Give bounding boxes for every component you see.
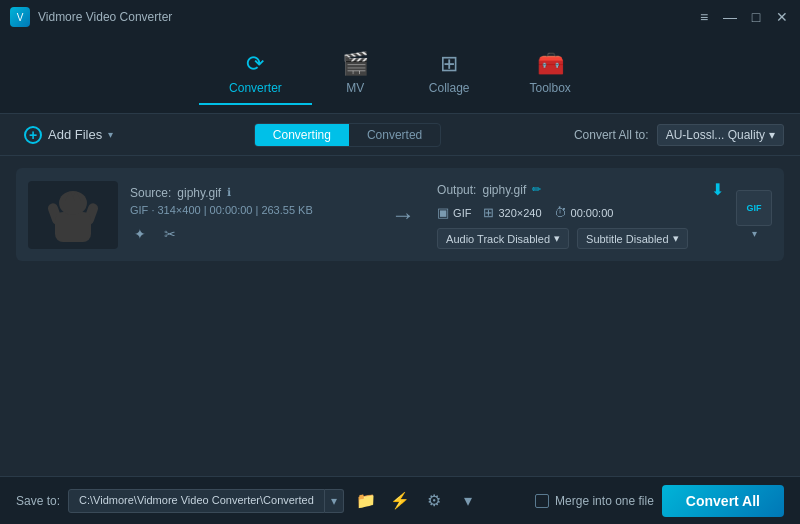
save-path[interactable]: C:\Vidmore\Vidmore Video Converter\Conve… xyxy=(68,489,325,513)
menu-icon-btn[interactable]: ≡ xyxy=(696,9,712,25)
add-files-button[interactable]: + Add Files ▾ xyxy=(16,122,121,148)
merge-option: Merge into one file xyxy=(535,494,654,508)
converting-tab[interactable]: Converting xyxy=(255,124,349,146)
tab-collage[interactable]: ⊞ Collage xyxy=(399,43,500,105)
audio-track-select[interactable]: Audio Track Disabled ▾ xyxy=(437,228,569,249)
content-area: Source: giphy.gif ℹ GIF · 314×400 | 00:0… xyxy=(0,156,800,476)
audio-track-label: Audio Track Disabled xyxy=(446,233,550,245)
path-row: C:\Vidmore\Vidmore Video Converter\Conve… xyxy=(68,489,344,513)
format-thumb[interactable]: GIF xyxy=(736,190,772,226)
resolution-badge: ⊞ 320×240 xyxy=(483,205,541,220)
mv-icon: 🎬 xyxy=(342,51,369,77)
collage-icon: ⊞ xyxy=(440,51,458,77)
download-icon[interactable]: ⬇ xyxy=(711,180,724,199)
tab-mv[interactable]: 🎬 MV xyxy=(312,43,399,105)
tab-toolbox[interactable]: 🧰 Toolbox xyxy=(500,43,601,105)
add-files-label: Add Files xyxy=(48,127,102,142)
footer-icons: 📁 ⚡ ⚙ ▾ xyxy=(352,487,482,515)
format-select[interactable]: AU-Lossl... Quality ▾ xyxy=(657,124,784,146)
resolution-icon: ⊞ xyxy=(483,205,494,220)
toolbar: + Add Files ▾ Converting Converted Conve… xyxy=(0,114,800,156)
converted-tab[interactable]: Converted xyxy=(349,124,440,146)
titlebar-title: Vidmore Video Converter xyxy=(38,10,172,24)
folder-icon-btn[interactable]: 📁 xyxy=(352,487,380,515)
audio-dropdown-icon: ▾ xyxy=(554,232,560,245)
output-info: Output: giphy.gif ✏ ⬇ ▣ GIF ⊞ 320×240 ⏱ … xyxy=(437,180,724,249)
tab-mv-label: MV xyxy=(346,81,364,95)
flash-icon-btn[interactable]: ⚡ xyxy=(386,487,414,515)
settings-dropdown-btn[interactable]: ▾ xyxy=(454,487,482,515)
nav-tabs: ⟳ Converter 🎬 MV ⊞ Collage 🧰 Toolbox xyxy=(0,34,800,114)
output-label: Output: xyxy=(437,183,476,197)
tab-toolbox-label: Toolbox xyxy=(530,81,571,95)
edit-icon[interactable]: ✏ xyxy=(532,183,541,196)
tab-converter[interactable]: ⟳ Converter xyxy=(199,43,312,105)
tab-collage-label: Collage xyxy=(429,81,470,95)
output-format-row: ▣ GIF ⊞ 320×240 ⏱ 00:00:00 xyxy=(437,205,724,220)
output-filename: giphy.gif xyxy=(482,183,526,197)
file-item: Source: giphy.gif ℹ GIF · 314×400 | 00:0… xyxy=(16,168,784,261)
info-icon[interactable]: ℹ xyxy=(227,186,231,199)
cat-ear-right xyxy=(65,191,75,201)
minimize-button[interactable]: — xyxy=(722,9,738,25)
format-badge: ▣ GIF xyxy=(437,205,471,220)
source-filename: giphy.gif xyxy=(177,186,221,200)
cat-head xyxy=(59,191,87,215)
format-expand-icon[interactable]: ▾ xyxy=(752,228,757,239)
format-dropdown-icon: ▾ xyxy=(769,128,775,142)
titlebar: V Vidmore Video Converter ≡ — □ ✕ xyxy=(0,0,800,34)
format-thumb-col: GIF ▾ xyxy=(736,190,772,239)
output-header-row: Output: giphy.gif ✏ ⬇ xyxy=(437,180,724,199)
cat-figure xyxy=(48,187,98,242)
convert-arrow: → xyxy=(391,201,415,229)
convert-all-button[interactable]: Convert All xyxy=(662,485,784,517)
convert-all-to-label: Convert All to: xyxy=(574,128,649,142)
close-button[interactable]: ✕ xyxy=(774,9,790,25)
subtitle-select[interactable]: Subtitle Disabled ▾ xyxy=(577,228,688,249)
output-format: GIF xyxy=(453,207,471,219)
app-logo: V xyxy=(10,7,30,27)
merge-label: Merge into one file xyxy=(555,494,654,508)
titlebar-controls: ≡ — □ ✕ xyxy=(696,9,790,25)
file-source-row: Source: giphy.gif ℹ xyxy=(130,186,369,200)
effects-button[interactable]: ✦ xyxy=(130,224,150,244)
source-label: Source: xyxy=(130,186,171,200)
file-info: Source: giphy.gif ℹ GIF · 314×400 | 00:0… xyxy=(130,186,369,244)
add-files-icon: + xyxy=(24,126,42,144)
file-meta: GIF · 314×400 | 00:00:00 | 263.55 KB xyxy=(130,204,369,216)
logo-letter: V xyxy=(17,12,24,23)
path-dropdown-icon[interactable]: ▾ xyxy=(325,489,344,513)
time-icon: ⏱ xyxy=(554,205,567,220)
output-resolution: 320×240 xyxy=(498,207,541,219)
save-to-label: Save to: xyxy=(16,494,60,508)
converter-icon: ⟳ xyxy=(246,51,264,77)
file-thumbnail xyxy=(28,181,118,249)
merge-checkbox[interactable] xyxy=(535,494,549,508)
format-value: AU-Lossl... Quality xyxy=(666,128,765,142)
cut-button[interactable]: ✂ xyxy=(160,224,180,244)
output-dropdowns: Audio Track Disabled ▾ Subtitle Disabled… xyxy=(437,228,724,249)
cat-body xyxy=(55,212,91,242)
settings-icon-btn[interactable]: ⚙ xyxy=(420,487,448,515)
tab-converter-label: Converter xyxy=(229,81,282,95)
titlebar-left: V Vidmore Video Converter xyxy=(10,7,172,27)
maximize-button[interactable]: □ xyxy=(748,9,764,25)
tab-switcher: Converting Converted xyxy=(254,123,441,147)
subtitle-label: Subtitle Disabled xyxy=(586,233,669,245)
time-badge: ⏱ 00:00:00 xyxy=(554,205,614,220)
file-actions: ✦ ✂ xyxy=(130,224,369,244)
footer: Save to: C:\Vidmore\Vidmore Video Conver… xyxy=(0,476,800,524)
output-time: 00:00:00 xyxy=(571,207,614,219)
format-icon: ▣ xyxy=(437,205,449,220)
convert-all-to: Convert All to: AU-Lossl... Quality ▾ xyxy=(574,124,784,146)
subtitle-dropdown-icon: ▾ xyxy=(673,232,679,245)
toolbox-icon: 🧰 xyxy=(537,51,564,77)
format-thumb-text: GIF xyxy=(747,203,762,213)
add-files-dropdown-icon: ▾ xyxy=(108,129,113,140)
